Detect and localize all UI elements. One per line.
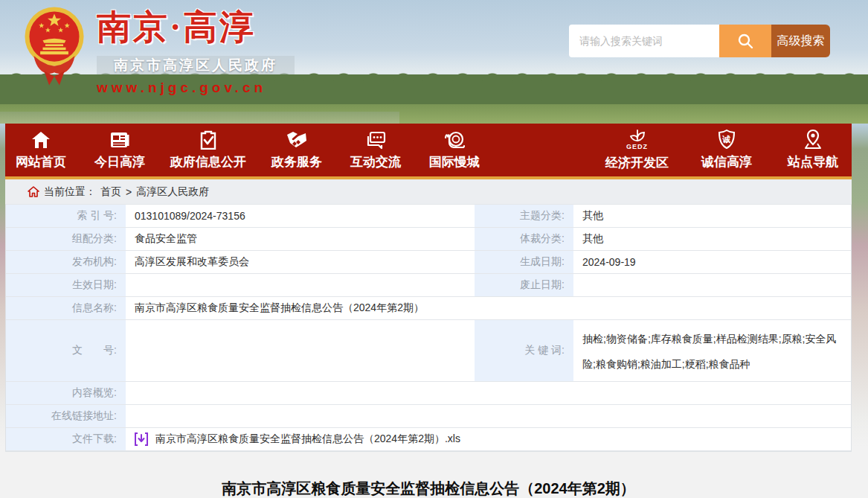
gedz-badge: GEDZ — [626, 143, 648, 150]
location-pin-icon — [803, 129, 823, 150]
site-subtitle: 南京市高淳区人民政府 — [97, 56, 295, 74]
field-value-file-download: 南京市高淳区粮食质量安全监督抽检信息公告（2024年第2期）.xls — [126, 428, 851, 451]
field-label-keywords: 关 键 词: — [475, 320, 573, 382]
nav-label: 网站首页 — [16, 153, 66, 170]
field-value-genre: 其他 — [573, 228, 851, 251]
nav-label: 政府信息公开 — [170, 153, 246, 170]
field-value-online-link — [126, 405, 851, 428]
nav-item-gov-services[interactable]: 政务服务 — [269, 130, 325, 170]
integrity-shield-icon: 诚 — [717, 129, 736, 150]
main-wrapper: 网站首页 今日高淳 政府信息公开 — [5, 124, 852, 498]
field-label-info-name: 信息名称: — [6, 297, 126, 320]
breadcrumb-separator: > — [126, 186, 132, 198]
nav-item-interaction[interactable]: 互动交流 — [347, 130, 404, 170]
field-label-effective-date: 生效日期: — [6, 274, 126, 297]
nav-label: 今日高淳 — [94, 153, 145, 170]
field-label-topic: 主题分类: — [475, 205, 573, 228]
field-value-expiry-date — [573, 274, 851, 297]
nav-label: 国际慢城 — [429, 153, 480, 170]
attachment-file-name: 南京市高淳区粮食质量安全监督抽检信息公告（2024年第2期）.xls — [155, 432, 460, 446]
site-url: www.njgc.gov.cn — [97, 80, 320, 96]
field-label-publisher: 发布机构: — [6, 251, 126, 274]
search-icon — [736, 32, 754, 50]
nav-group-left: 网站首页 今日高淳 政府信息公开 — [13, 130, 483, 170]
nav-item-gov-info[interactable]: 政府信息公开 — [170, 130, 246, 170]
field-label-doc-no: 文 号: — [6, 320, 126, 382]
field-label-expiry-date: 废止日期: — [475, 274, 573, 297]
search-input[interactable] — [569, 25, 719, 57]
nav-item-today[interactable]: 今日高淳 — [91, 130, 148, 170]
field-value-topic: 其他 — [573, 205, 851, 228]
handshake-icon — [286, 130, 308, 150]
chat-icon — [365, 130, 386, 150]
nav-item-economic-zone[interactable]: GEDZ 经济开发区 — [605, 129, 669, 171]
attachment-link[interactable]: 南京市高淳区粮食质量安全监督抽检信息公告（2024年第2期）.xls — [135, 432, 460, 446]
nav-item-integrity[interactable]: 诚 诚信高淳 — [698, 129, 755, 171]
nav-label: 互动交流 — [350, 153, 401, 170]
download-icon — [135, 432, 148, 446]
main-navigation: 网站首页 今日高淳 政府信息公开 — [5, 124, 852, 179]
nav-item-site-map[interactable]: 站点导航 — [785, 129, 841, 171]
field-label-file-download: 文件下载: — [6, 428, 126, 451]
field-label-index-no: 索 引 号: — [6, 205, 126, 228]
nav-label: 经济开发区 — [605, 154, 669, 171]
field-label-genre: 体裁分类: — [475, 228, 573, 251]
header-landscape-lake — [0, 112, 399, 124]
field-value-publisher: 高淳区发展和改革委员会 — [126, 251, 475, 274]
field-value-summary — [126, 382, 851, 405]
snail-icon — [443, 130, 466, 150]
site-header: 南京·高淳 南京市高淳区人民政府 www.njgc.gov.cn 高级搜索 — [0, 0, 868, 124]
field-value-effective-date — [126, 274, 475, 297]
breadcrumb-link-home[interactable]: 首页 — [100, 185, 121, 199]
search-button[interactable] — [719, 25, 771, 57]
article-title: 南京市高淳区粮食质量安全监督抽检信息公告（2024年第2期） — [5, 479, 852, 498]
field-value-index-no: 013101089/2024-73156 — [126, 205, 475, 228]
site-name: 南京·高淳 — [97, 4, 320, 51]
nav-label: 政务服务 — [271, 153, 322, 170]
field-value-keywords: 抽检;物资储备;库存粮食质量;样品检测结果;原粮;安全风险;粮食购销;粮油加工;… — [573, 320, 851, 382]
advanced-search-button[interactable]: 高级搜索 — [771, 25, 830, 57]
field-label-publish-date: 生成日期: — [475, 251, 573, 274]
article-section: 南京市高淳区粮食质量安全监督抽检信息公告（2024年第2期） — [5, 452, 852, 498]
breadcrumb-link-current[interactable]: 高淳区人民政府 — [136, 185, 209, 199]
svg-text:诚: 诚 — [722, 135, 731, 144]
nav-label: 诚信高淳 — [701, 153, 752, 170]
field-label-online-link: 在线链接地址: — [6, 405, 126, 428]
news-icon — [109, 130, 130, 150]
info-table: 索 引 号: 013101089/2024-73156 主题分类: 其他 组配分… — [5, 204, 852, 452]
home-icon — [30, 130, 51, 150]
nav-item-home[interactable]: 网站首页 — [13, 130, 69, 170]
clipboard-check-icon — [199, 130, 218, 150]
nav-label: 站点导航 — [788, 153, 838, 170]
nav-group-right: GEDZ 经济开发区 诚 诚信高淳 站点导航 — [605, 129, 841, 171]
gedz-icon — [628, 129, 647, 142]
field-label-group: 组配分类: — [6, 228, 126, 251]
breadcrumb-home-icon — [28, 186, 39, 197]
site-search: 高级搜索 — [569, 25, 830, 57]
field-value-group: 食品安全监管 — [126, 228, 475, 251]
breadcrumb: 当前位置： 首页 > 高淳区人民政府 — [5, 179, 852, 204]
breadcrumb-prefix: 当前位置： — [44, 185, 96, 199]
nav-item-slow-city[interactable]: 国际慢城 — [426, 130, 483, 170]
field-value-doc-no — [126, 320, 475, 382]
field-value-info-name: 南京市高淳区粮食质量安全监督抽检信息公告（2024年第2期） — [126, 297, 851, 320]
field-label-summary: 内容概览: — [6, 382, 126, 405]
national-emblem-logo — [22, 3, 86, 89]
site-brand: 南京·高淳 南京市高淳区人民政府 www.njgc.gov.cn — [97, 4, 320, 96]
field-value-publish-date: 2024-09-19 — [573, 251, 851, 274]
